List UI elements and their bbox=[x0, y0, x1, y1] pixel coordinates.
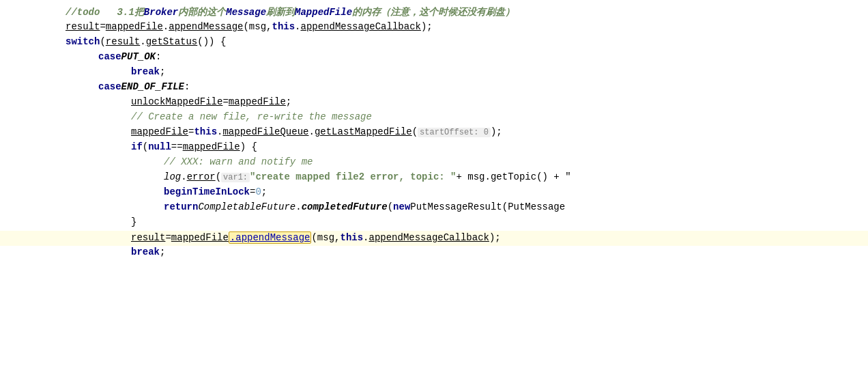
code-line: mappedFile = this . mappedFileQueue . ge… bbox=[0, 126, 868, 141]
getstatus-method: getStatus bbox=[146, 36, 198, 47]
comment-xxx: // XXX: warn and notify me bbox=[164, 156, 313, 167]
param-hint-var1: var1: bbox=[221, 173, 250, 182]
plain-switch: ( bbox=[100, 36, 105, 47]
paren-8: (msg, bbox=[311, 232, 340, 243]
concat-1: + msg.getTopic() + " bbox=[457, 171, 571, 182]
break-kw: break bbox=[131, 66, 160, 77]
semi-4: ; bbox=[261, 186, 267, 197]
callback-method2: appendMessageCallback bbox=[369, 232, 489, 243]
completedfuture-method: completedFuture bbox=[302, 201, 388, 212]
code-line: result = mappedFile . appendMessage (msg… bbox=[0, 20, 868, 36]
code-line: //todo 3.1把Broker内部的这个Message刷新到MappedFi… bbox=[0, 5, 868, 20]
eq-2: = bbox=[188, 126, 194, 137]
mapped-file-var3: mappedFile bbox=[131, 126, 188, 137]
semi-1: ); bbox=[421, 21, 433, 32]
eof-const: END_OF_FILE bbox=[121, 81, 184, 92]
unlock-var: unlockMappedFile bbox=[131, 96, 222, 107]
comment-todo: //todo 3.1把 bbox=[66, 6, 144, 18]
message-text: Message bbox=[226, 7, 266, 18]
code-line: // XXX: warn and notify me bbox=[0, 156, 868, 171]
plain-1: = bbox=[100, 21, 105, 32]
break-kw2: break bbox=[131, 247, 160, 257]
dot-4: . bbox=[217, 126, 222, 137]
mapped-file-var5: mappedFile bbox=[171, 232, 229, 243]
code-line-highlighted: result = mappedFile .appendMessage (msg,… bbox=[0, 231, 868, 246]
appendmessage-method: appendMessage bbox=[169, 21, 243, 32]
dot-7: . bbox=[295, 201, 301, 212]
append-message-highlighted: .appendMessage bbox=[229, 231, 312, 244]
bold-begin: beginTimeInLock bbox=[164, 186, 250, 197]
paren-7: ( bbox=[388, 201, 393, 212]
number-0: 0 bbox=[255, 186, 261, 197]
broker-text: Broker bbox=[144, 7, 178, 18]
comment-todo-3: 刷新到 bbox=[266, 6, 295, 18]
mapped-file-var: mappedFile bbox=[106, 21, 163, 32]
dot-3: . bbox=[140, 36, 145, 47]
comment-todo-2: 内部的这个 bbox=[178, 6, 226, 18]
null-kw: null bbox=[148, 141, 171, 152]
result-var: result bbox=[66, 21, 100, 32]
semi-2: ; bbox=[160, 66, 165, 77]
eq-1: = bbox=[222, 96, 228, 107]
eq-eq: == bbox=[171, 141, 183, 152]
paren-5: ) { bbox=[240, 141, 257, 152]
eq-3: = bbox=[250, 186, 255, 197]
new-kw: new bbox=[393, 201, 410, 212]
paren-3: ( bbox=[412, 126, 418, 137]
paren-2: ()) { bbox=[197, 36, 226, 47]
dot-1: . bbox=[163, 21, 169, 32]
code-line: } bbox=[0, 216, 868, 231]
switch-kw: switch bbox=[66, 36, 100, 47]
comment-todo-4: 的内存（注意，这个时候还没有刷盘） bbox=[352, 6, 515, 18]
paren-4: ( bbox=[143, 141, 148, 152]
mapped-text: MappedFile bbox=[295, 7, 352, 18]
code-line: case PUT_OK : bbox=[0, 51, 868, 66]
paren-close: ); bbox=[491, 126, 502, 137]
param-hint-start: startOffset: 0 bbox=[418, 128, 491, 137]
code-line: log . error ( var1: "create mapped file2… bbox=[0, 171, 868, 186]
error-method: error bbox=[187, 171, 216, 182]
queue-method: mappedFileQueue bbox=[222, 126, 308, 137]
code-line: break ; bbox=[0, 246, 868, 261]
dot-2: . bbox=[295, 21, 300, 32]
dot-8: . bbox=[363, 232, 368, 243]
code-line: unlockMappedFile = mappedFile ; bbox=[0, 96, 868, 111]
if-kw: if bbox=[131, 141, 143, 152]
dot-5: . bbox=[308, 126, 314, 137]
code-line: // Create a new file, re-write the messa… bbox=[0, 111, 868, 126]
case-kw: case bbox=[98, 51, 121, 62]
this-kw: this bbox=[272, 21, 295, 32]
callback-method: appendMessageCallback bbox=[301, 21, 421, 32]
code-line: return CompletableFuture . completedFutu… bbox=[0, 201, 868, 216]
space-5: PutMessageResult(PutMessage bbox=[410, 201, 565, 212]
result-var3: result bbox=[131, 232, 165, 243]
code-line: break ; bbox=[0, 66, 868, 81]
return-kw: return bbox=[164, 201, 198, 212]
paren-6: ( bbox=[216, 171, 221, 182]
code-line: beginTimeInLock = 0 ; bbox=[0, 186, 868, 201]
semi-3: ; bbox=[286, 96, 291, 107]
string-1: "create mapped file2 error, topic: " bbox=[250, 171, 456, 182]
this-kw3: this bbox=[340, 232, 363, 243]
mapped-file-var2: mappedFile bbox=[229, 96, 286, 107]
eq-4: = bbox=[165, 232, 171, 243]
mapped-file-var4: mappedFile bbox=[183, 141, 240, 152]
result-var2: result bbox=[106, 36, 140, 47]
log-var: log bbox=[164, 171, 181, 182]
getlast-method: getLastMappedFile bbox=[315, 126, 412, 137]
close-brace: } bbox=[131, 216, 136, 227]
code-editor: //todo 3.1把Broker内部的这个Message刷新到MappedFi… bbox=[0, 0, 868, 366]
semi-6: ; bbox=[160, 247, 165, 257]
code-line: case END_OF_FILE : bbox=[0, 81, 868, 96]
dot-6: . bbox=[181, 171, 186, 182]
code-line: switch ( result . getStatus ()) { bbox=[0, 36, 868, 51]
put-ok-const: PUT_OK bbox=[121, 51, 156, 62]
colon-2: : bbox=[184, 81, 190, 92]
completable-cls: CompletableFuture bbox=[198, 201, 295, 212]
code-line: if ( null == mappedFile ) { bbox=[0, 141, 868, 156]
semi-5: ); bbox=[489, 232, 501, 243]
case-kw2: case bbox=[98, 81, 121, 92]
paren-1: (msg, bbox=[243, 21, 272, 32]
this-kw2: this bbox=[194, 126, 217, 137]
colon-1: : bbox=[156, 51, 161, 62]
